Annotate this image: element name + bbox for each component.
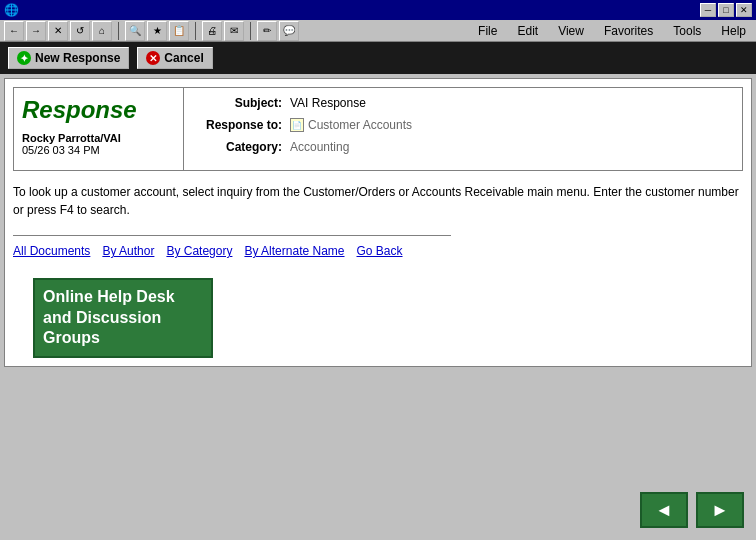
response-title-section: Response Rocky Parrotta/VAI 05/26 03 34 … — [14, 88, 184, 170]
print-button[interactable]: 🖨 — [202, 21, 222, 41]
document-icon: 📄 — [290, 118, 304, 132]
menu-bar: ← → ✕ ↺ ⌂ 🔍 ★ 📋 🖨 ✉ ✏ 💬 File Edit View F… — [0, 20, 756, 42]
menu-favorites[interactable]: Favorites — [598, 22, 659, 40]
category-label: Category: — [192, 140, 282, 154]
category-value: Accounting — [290, 140, 349, 154]
refresh-button[interactable]: ↺ — [70, 21, 90, 41]
body-text: To look up a customer account, select in… — [13, 179, 743, 223]
title-bar: 🌐 ─ □ ✕ — [0, 0, 756, 20]
cancel-icon: ✕ — [146, 51, 160, 65]
next-arrow-button[interactable]: ► — [696, 492, 744, 528]
discuss-button[interactable]: 💬 — [279, 21, 299, 41]
close-button[interactable]: ✕ — [736, 3, 752, 17]
back-button[interactable]: ← — [4, 21, 24, 41]
home-button[interactable]: ⌂ — [92, 21, 112, 41]
response-date: 05/26 03 34 PM — [22, 144, 175, 156]
new-response-label: New Response — [35, 51, 120, 65]
edit-button[interactable]: ✏ — [257, 21, 277, 41]
by-author-link[interactable]: By Author — [102, 244, 154, 258]
mail-button[interactable]: ✉ — [224, 21, 244, 41]
sep3 — [250, 22, 251, 40]
cancel-label: Cancel — [164, 51, 203, 65]
action-toolbar: ✦ New Response ✕ Cancel — [0, 42, 756, 74]
response-author: Rocky Parrotta/VAI — [22, 132, 175, 144]
new-response-icon: ✦ — [17, 51, 31, 65]
bottom-nav: ◄ ► — [640, 492, 744, 528]
stop-button[interactable]: ✕ — [48, 21, 68, 41]
nav-links: All Documents By Author By Category By A… — [13, 244, 743, 258]
search-button[interactable]: 🔍 — [125, 21, 145, 41]
forward-button[interactable]: → — [26, 21, 46, 41]
favorites-button[interactable]: ★ — [147, 21, 167, 41]
response-title: Response — [22, 96, 175, 124]
main-content: Response Rocky Parrotta/VAI 05/26 03 34 … — [4, 78, 752, 367]
prev-arrow-button[interactable]: ◄ — [640, 492, 688, 528]
title-bar-icon: 🌐 — [4, 3, 19, 17]
subject-row: Subject: VAI Response — [192, 96, 734, 110]
go-back-link[interactable]: Go Back — [357, 244, 403, 258]
subject-label: Subject: — [192, 96, 282, 110]
history-button[interactable]: 📋 — [169, 21, 189, 41]
title-bar-controls: ─ □ ✕ — [700, 3, 752, 17]
cancel-button[interactable]: ✕ Cancel — [137, 47, 212, 69]
title-bar-left: 🌐 — [4, 3, 19, 17]
maximize-button[interactable]: □ — [718, 3, 734, 17]
minimize-button[interactable]: ─ — [700, 3, 716, 17]
new-response-button[interactable]: ✦ New Response — [8, 47, 129, 69]
sep1 — [118, 22, 119, 40]
sep2 — [195, 22, 196, 40]
menu-edit[interactable]: Edit — [511, 22, 544, 40]
by-alternate-name-link[interactable]: By Alternate Name — [244, 244, 344, 258]
response-to-value[interactable]: 📄 Customer Accounts — [290, 118, 412, 132]
menu-help[interactable]: Help — [715, 22, 752, 40]
response-fields: Subject: VAI Response Response to: 📄 Cus… — [184, 88, 742, 170]
subject-value: VAI Response — [290, 96, 366, 110]
help-box[interactable]: Online Help Desk and Discussion Groups — [33, 278, 213, 358]
menu-tools[interactable]: Tools — [667, 22, 707, 40]
help-box-text: Online Help Desk and Discussion Groups — [43, 287, 203, 349]
by-category-link[interactable]: By Category — [166, 244, 232, 258]
category-row: Category: Accounting — [192, 140, 734, 154]
content-divider — [13, 235, 451, 236]
all-documents-link[interactable]: All Documents — [13, 244, 90, 258]
response-to-row: Response to: 📄 Customer Accounts — [192, 118, 734, 132]
response-to-label: Response to: — [192, 118, 282, 132]
menu-file[interactable]: File — [472, 22, 503, 40]
response-header-box: Response Rocky Parrotta/VAI 05/26 03 34 … — [13, 87, 743, 171]
menu-view[interactable]: View — [552, 22, 590, 40]
browser-nav: ← → ✕ ↺ ⌂ 🔍 ★ 📋 🖨 ✉ ✏ 💬 — [4, 21, 299, 41]
